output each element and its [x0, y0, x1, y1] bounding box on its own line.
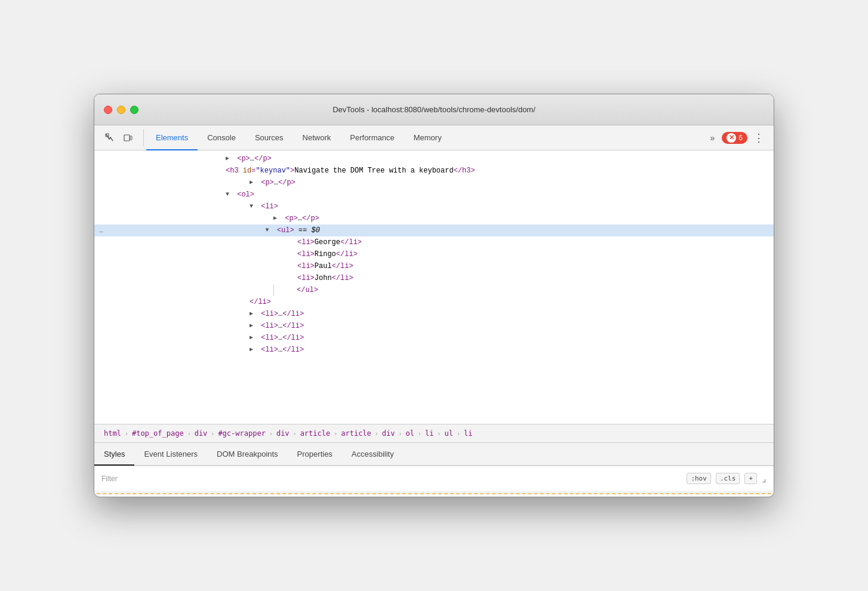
breadcrumb-item-top-of-page[interactable]: #top_of_page: [130, 428, 186, 439]
hov-button[interactable]: :hov: [687, 473, 711, 484]
dom-tree[interactable]: ▶ <p>…</p> <h3 id="keynav">Navigate the …: [94, 150, 774, 424]
breadcrumb-item-ol[interactable]: ol: [404, 428, 417, 439]
dom-line[interactable]: </ul>: [94, 284, 774, 296]
tab-event-listeners[interactable]: Event Listeners: [134, 444, 207, 466]
tab-network[interactable]: Network: [293, 126, 341, 150]
breadcrumb-bar: html › #top_of_page › div › #gc-wrapper …: [94, 424, 774, 443]
dom-line[interactable]: <li>Paul</li>: [94, 260, 774, 272]
tab-memory[interactable]: Memory: [404, 126, 451, 150]
ellipsis-dots: …: [99, 225, 103, 236]
tab-elements[interactable]: Elements: [146, 126, 198, 150]
toolbar-right: » ✕ 6 ⋮: [702, 125, 771, 150]
breadcrumb-item-gc-wrapper[interactable]: #gc-wrapper: [216, 428, 267, 439]
window-title: DevTools - localhost:8080/web/tools/chro…: [333, 105, 535, 114]
dom-line[interactable]: </li>: [94, 296, 774, 308]
toolbar-separator: [143, 129, 144, 146]
filter-input[interactable]: [101, 475, 682, 483]
dom-line[interactable]: ▶ <li>…</li>: [94, 332, 774, 344]
tab-console[interactable]: Console: [198, 126, 245, 150]
tab-performance[interactable]: Performance: [340, 126, 404, 150]
breadcrumb-item-ul[interactable]: ul: [442, 428, 455, 439]
error-badge[interactable]: ✕ 6: [722, 132, 747, 144]
dom-line[interactable]: <li>George</li>: [94, 236, 774, 248]
maximize-button[interactable]: [130, 106, 138, 114]
dom-line[interactable]: <h3 id="keynav">Navigate the DOM Tree wi…: [94, 165, 774, 177]
traffic-lights: [104, 106, 138, 114]
titlebar: DevTools - localhost:8080/web/tools/chro…: [94, 94, 774, 125]
menu-button[interactable]: ⋮: [751, 129, 767, 147]
toolbar-icons: [97, 125, 141, 150]
dom-line[interactable]: <li>John</li>: [94, 272, 774, 284]
main-tabs: Elements Console Sources Network Perform…: [146, 125, 702, 150]
breadcrumb-item-li2[interactable]: li: [461, 428, 475, 439]
dom-line[interactable]: ▶ <li>…</li>: [94, 320, 774, 332]
filter-area: :hov .cls + ⌟: [94, 466, 774, 491]
close-button[interactable]: [104, 106, 112, 114]
error-icon: ✕: [727, 133, 736, 143]
dom-line[interactable]: ▶ <p>…</p>: [94, 177, 774, 189]
minimize-button[interactable]: [117, 106, 125, 114]
breadcrumb-item-div2[interactable]: div: [274, 428, 292, 439]
dom-line[interactable]: ▶ <p>…</p>: [94, 153, 774, 165]
tab-sources[interactable]: Sources: [245, 126, 293, 150]
svg-rect-2: [130, 136, 132, 140]
filter-buttons: :hov .cls +: [687, 473, 757, 484]
bottom-tabs: Styles Event Listeners DOM Breakpoints P…: [94, 443, 774, 466]
dom-line-selected[interactable]: … ▼ <ul> == $0: [94, 224, 774, 236]
breadcrumb-item-article2[interactable]: article: [338, 428, 374, 439]
breadcrumb-item-li1[interactable]: li: [423, 428, 436, 439]
dom-line[interactable]: ▶ <li>…</li>: [94, 344, 774, 356]
tab-dom-breakpoints[interactable]: DOM Breakpoints: [207, 444, 288, 466]
device-icon[interactable]: [119, 130, 136, 146]
breadcrumb-item-div1[interactable]: div: [192, 428, 210, 439]
dom-line[interactable]: ▼ <ol>: [94, 189, 774, 201]
dom-line[interactable]: ▼ <li>: [94, 201, 774, 213]
breadcrumb-item-article1[interactable]: article: [298, 428, 333, 439]
breadcrumb-item-div3[interactable]: div: [380, 428, 398, 439]
inspect-icon[interactable]: [101, 130, 118, 146]
breadcrumb-item-html[interactable]: html: [101, 428, 124, 439]
svg-rect-1: [124, 135, 130, 141]
dashed-indicator: [97, 491, 771, 494]
add-style-button[interactable]: +: [744, 473, 757, 484]
error-count: 6: [738, 134, 743, 142]
tab-accessibility[interactable]: Accessibility: [342, 444, 404, 466]
tab-styles[interactable]: Styles: [94, 444, 134, 466]
bottom-panel: Styles Event Listeners DOM Breakpoints P…: [94, 443, 774, 494]
devtools-window: DevTools - localhost:8080/web/tools/chro…: [94, 94, 774, 497]
toolbar: Elements Console Sources Network Perform…: [94, 125, 774, 150]
tab-properties[interactable]: Properties: [288, 444, 342, 466]
resize-handle[interactable]: ⌟: [762, 473, 767, 484]
cls-button[interactable]: .cls: [716, 473, 740, 484]
dom-line[interactable]: ▶ <li>…</li>: [94, 308, 774, 320]
dom-line[interactable]: <li>Ringo</li>: [94, 248, 774, 260]
more-tabs-button[interactable]: »: [707, 131, 719, 145]
dom-line[interactable]: ▶ <p>…</p>: [94, 213, 774, 224]
